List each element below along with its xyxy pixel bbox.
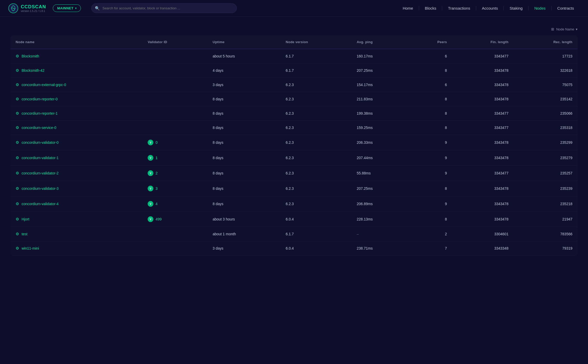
- node-name-link[interactable]: test: [22, 232, 28, 236]
- node-name-link[interactable]: Blocksmith: [22, 54, 39, 58]
- header: CCDSCAN version 1.5.21 / 1.8.1 MAINNET ▾…: [0, 0, 588, 17]
- logo-title: CCDSCAN: [21, 4, 46, 10]
- table-row: ⚙ concordium-service-0 8 days6.2.3159.25…: [10, 121, 578, 135]
- chevron-down-icon: ▾: [75, 7, 77, 10]
- nav-contracts[interactable]: Contracts: [552, 6, 580, 10]
- search-icon: 🔍: [95, 6, 100, 11]
- peers-cell: 9: [409, 135, 452, 150]
- table-row: ⚙ concordium-reporter-1 8 days6.2.3199.3…: [10, 106, 578, 121]
- node-name-link[interactable]: concordium-reporter-1: [22, 111, 58, 115]
- peers-cell: 8: [409, 181, 452, 196]
- table-row: ⚙ concordium-validator-0 V 0 8 days6.2.3…: [10, 135, 578, 150]
- node-icon: ⚙: [16, 171, 19, 176]
- node-name-link[interactable]: concordium-validator-1: [22, 156, 58, 160]
- version-cell: 6.2.3: [280, 166, 351, 181]
- sort-bar: ⊞ Node Name ▾: [10, 27, 578, 31]
- node-icon: ⚙: [16, 155, 19, 160]
- uptime-cell: 8 days: [207, 121, 280, 135]
- node-name-link[interactable]: concordium-validator-0: [22, 140, 58, 145]
- peers-cell: 6: [409, 78, 452, 92]
- ping-cell: 238.71ms: [351, 241, 409, 256]
- rec-length-cell: 75075: [514, 78, 578, 92]
- rec-length-cell: 79319: [514, 241, 578, 256]
- validator-id-link[interactable]: 499: [155, 217, 161, 221]
- ping-cell: 154.17ms: [351, 78, 409, 92]
- ping-cell: 207.25ms: [351, 181, 409, 196]
- table-row: ⚙ concordium-validator-4 V 4 8 days6.2.3…: [10, 196, 578, 212]
- version-cell: 6.1.7: [280, 63, 351, 78]
- validator-id-link[interactable]: 1: [155, 156, 158, 160]
- col-node-name: Node name: [10, 35, 142, 49]
- node-icon: ⚙: [16, 68, 19, 73]
- node-name-link[interactable]: Blocksmith-42: [22, 68, 44, 73]
- sort-label[interactable]: Node Name ▾: [556, 27, 578, 31]
- validator-id-link[interactable]: 2: [155, 171, 158, 175]
- nav-blocks[interactable]: Blocks: [419, 6, 442, 10]
- nav-staking[interactable]: Staking: [504, 6, 528, 10]
- fin-length-cell: 3343478: [452, 92, 514, 106]
- fin-length-cell: 3304601: [452, 227, 514, 241]
- ping-cell: –: [351, 227, 409, 241]
- fin-length-cell: 3343477: [452, 49, 514, 63]
- col-fin-length: Fin. length: [452, 35, 514, 49]
- validator-id-link[interactable]: 0: [155, 140, 158, 145]
- version-cell: 6.2.3: [280, 150, 351, 166]
- fin-length-cell: 3343478: [452, 78, 514, 92]
- table-row: ⚙ concordium-reporter-0 8 days6.2.3211.8…: [10, 92, 578, 106]
- uptime-cell: 8 days: [207, 196, 280, 212]
- rec-length-cell: 235066: [514, 106, 578, 121]
- ping-cell: 159.25ms: [351, 121, 409, 135]
- rec-length-cell: 235299: [514, 135, 578, 150]
- peers-cell: 6: [409, 49, 452, 63]
- peers-cell: 7: [409, 241, 452, 256]
- version-cell: 6.2.3: [280, 196, 351, 212]
- uptime-cell: 3 days: [207, 241, 280, 256]
- uptime-cell: 4 days: [207, 63, 280, 78]
- nav-home[interactable]: Home: [397, 6, 419, 10]
- node-icon: ⚙: [16, 111, 19, 116]
- search-input[interactable]: [91, 3, 237, 13]
- version-cell: 6.0.4: [280, 241, 351, 256]
- col-uptime: Uptime: [207, 35, 280, 49]
- fin-length-cell: 3343348: [452, 241, 514, 256]
- ping-cell: 228.13ms: [351, 212, 409, 227]
- validator-id-link[interactable]: 4: [155, 202, 158, 206]
- version-cell: 6.0.4: [280, 212, 351, 227]
- table-row: ⚙ win11-mini 3 days6.0.4238.71ms73343348…: [10, 241, 578, 256]
- table-row: ⚙ test about 1 month6.1.7–23304601783566: [10, 227, 578, 241]
- node-name-link[interactable]: concordium-reporter-0: [22, 97, 58, 101]
- version-cell: 6.1.7: [280, 227, 351, 241]
- node-name-link[interactable]: win11-mini: [22, 246, 39, 250]
- network-button[interactable]: MAINNET ▾: [53, 4, 81, 12]
- fin-length-cell: 3343478: [452, 135, 514, 150]
- node-name-link[interactable]: concordium-validator-3: [22, 186, 58, 191]
- table-header: Node name Validator ID Uptime Node versi…: [10, 35, 578, 49]
- uptime-cell: 8 days: [207, 166, 280, 181]
- rec-length-cell: 235318: [514, 121, 578, 135]
- ping-cell: 160.17ms: [351, 49, 409, 63]
- node-icon: ⚙: [16, 202, 19, 206]
- version-cell: 6.2.3: [280, 106, 351, 121]
- node-icon: ⚙: [16, 246, 19, 251]
- node-name-link[interactable]: concordium-validator-2: [22, 171, 58, 175]
- validator-badge: V: [148, 186, 153, 191]
- nav-accounts[interactable]: Accounts: [476, 6, 504, 10]
- validator-id-link[interactable]: 3: [155, 186, 158, 191]
- node-icon: ⚙: [16, 97, 19, 101]
- version-cell: 6.1.7: [280, 49, 351, 63]
- logo-icon: [8, 3, 18, 13]
- peers-cell: 8: [409, 92, 452, 106]
- ping-cell: 206.33ms: [351, 135, 409, 150]
- node-name-link[interactable]: concordium-validator-4: [22, 202, 58, 206]
- nav-nodes[interactable]: Nodes: [528, 6, 551, 10]
- col-peers: Peers: [409, 35, 452, 49]
- node-name-link[interactable]: concordium-service-0: [22, 126, 56, 130]
- node-name-link[interactable]: Hjort: [22, 217, 29, 221]
- node-name-link[interactable]: concordium-external-grpc-0: [22, 83, 66, 87]
- version-cell: 6.2.3: [280, 92, 351, 106]
- table-row: ⚙ Blocksmith about 5 hours6.1.7160.17ms6…: [10, 49, 578, 63]
- nav-transactions[interactable]: Transactions: [442, 6, 476, 10]
- rec-length-cell: 322618: [514, 63, 578, 78]
- version-cell: 6.2.3: [280, 78, 351, 92]
- logo-text-block: CCDSCAN version 1.5.21 / 1.8.1: [21, 4, 46, 12]
